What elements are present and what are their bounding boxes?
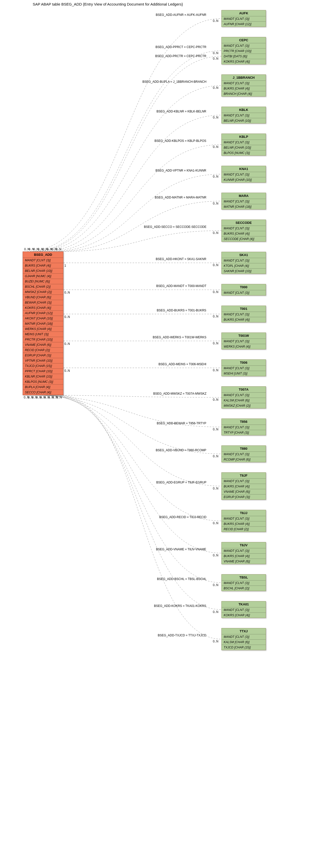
- cardinality-near: 0..N: [64, 369, 70, 372]
- entity-field: MANDT [CLNT (3)]: [222, 258, 266, 264]
- entity-tbsl: TBSLMANDT [CLNT (3)]BSCHL [CHAR (2)]: [221, 574, 266, 591]
- relation-label: BSEG_ADD-WERKS = T001W-WERKS: [153, 336, 206, 339]
- cardinality-far: 0..N: [213, 264, 218, 267]
- relation-label: BSEG_ADD-MANDT = T000-MANDT: [156, 284, 206, 288]
- relation-label: BSEG_ADD-VBUND = T880-RCOMP: [156, 448, 206, 452]
- entity-field: MANDT [CLNT (3)]: [222, 608, 266, 613]
- entity-field: MANDT [CLNT (3)]: [222, 425, 266, 430]
- entity-field: BUKRS [CHAR (4)]: [222, 484, 266, 489]
- relation-label: BSEG_ADD-VNAME = T8JV-VNAME: [156, 548, 206, 551]
- entity-header: KNA1: [222, 166, 266, 172]
- entity-field: MANDT [CLNT (3)]: [222, 581, 266, 586]
- entity-field: BUKRS [CHAR (4)]: [222, 231, 266, 237]
- cardinality-far: 0..N: [213, 51, 218, 55]
- entity-field: KALSM [CHAR (6)]: [222, 640, 266, 645]
- entity-field: KALSM [CHAR (6)]: [222, 398, 266, 403]
- relation-label: BSEG_ADD-EGRUP = T8JF-EGRUP: [156, 480, 206, 484]
- relation-edge: [50, 174, 221, 252]
- entity-field: RECID [CHAR (2)]: [222, 527, 266, 532]
- cardinality-far: 0..N: [213, 487, 218, 490]
- entity-field: PPRCT [CHAR (10)]: [23, 369, 63, 374]
- entity-field: MANDT [CLNT (3)]: [222, 140, 266, 145]
- entity-field: SAKNR [CHAR (10)]: [222, 269, 266, 274]
- cardinality-far: 0..N: [213, 202, 218, 205]
- entity-header: KBLP: [222, 134, 266, 140]
- entity-field: KTOPL [CHAR (4)]: [222, 264, 266, 269]
- entity-field: BEWAR [CHAR (3)]: [23, 300, 63, 305]
- entity-header: T001W: [222, 333, 266, 339]
- entity-field: MATNR [CHAR (18)]: [23, 321, 63, 327]
- entity-header: T880: [222, 446, 266, 452]
- cardinality-far: 0..N: [213, 521, 218, 525]
- cardinality-far: 0..N: [213, 428, 218, 431]
- entity-aufk: AUFKMANDT [CLNT (3)]AUFNR [CHAR (12)]: [221, 10, 266, 27]
- entity-field: MWSKZ [CHAR (2)]: [23, 289, 63, 295]
- relation-edge: [47, 395, 221, 553]
- entity-header: AUFK: [222, 10, 266, 17]
- relation-label: BSEG_ADD-SECCO = SECCODE-SECCODE: [144, 225, 206, 229]
- entity-field: VBUND [CHAR (6)]: [23, 295, 63, 300]
- relation-label: BSEG_ADD-PPRCT = CEPC-PRCTR: [156, 45, 206, 49]
- cardinality-near: 0..N: [64, 342, 70, 346]
- entity-field: AUFNR [CHAR (12)]: [222, 22, 266, 27]
- entity-field: MANDT [CLNT (3)]: [222, 81, 266, 86]
- entity-field: VPTNR [CHAR (10)]: [23, 358, 63, 364]
- entity-field: TXJCD [CHAR (15)]: [222, 645, 266, 650]
- entity-bseg-add: BSEG_ADDMANDT [CLNT (3)]BUKRS [CHAR (4)]…: [23, 251, 63, 395]
- entity-header: KBLK: [222, 107, 266, 113]
- entity-field: MANDT [CLNT (3)]: [222, 452, 266, 457]
- entity-field: KOKRS [CHAR (4)]: [222, 613, 266, 618]
- cardinality-far: 0..N: [213, 455, 218, 458]
- cardinality-far: 0..N: [213, 290, 218, 294]
- cardinality-near: 0..N: [64, 291, 70, 294]
- entity-field: VNAME [CHAR (6)]: [222, 559, 266, 564]
- cardinality-far: 0..N: [213, 86, 218, 90]
- relation-label: BSEG_ADD-MWSKZ = T007A-MWSKZ: [153, 392, 206, 395]
- cardinality-far: 0..N: [213, 19, 218, 23]
- entity-kblp: KBLPMANDT [CLNT (3)]BELNR [CHAR (10)]BLP…: [221, 133, 266, 156]
- entity-kblk: KBLKMANDT [CLNT (3)]BELNR [CHAR (10)]: [221, 106, 266, 124]
- cardinality-near: 0..N: [56, 248, 61, 251]
- entity-field: MANDT [CLNT (3)]: [222, 43, 266, 49]
- entity-field: BSCHL [CHAR (2)]: [222, 586, 266, 591]
- relation-label: BSEG_ADD-PRCTR = CEPC-PRCTR: [155, 54, 206, 58]
- relation-label: BSEG_ADD-VPTNR = KNA1-KUNNR: [156, 169, 206, 172]
- entity-field: SECCODE [CHAR (4)]: [222, 237, 266, 242]
- relation-label: BSEG_ADD-MEINS = T006-MSEHI: [158, 363, 206, 366]
- entity-header: J_1BBRANCH: [222, 75, 266, 81]
- entity-field: BUKRS [CHAR (4)]: [222, 554, 266, 559]
- entity-header: T000: [222, 284, 266, 290]
- entity-t8jf: T8JFMANDT [CLNT (3)]BUKRS [CHAR (4)]VNAM…: [221, 472, 266, 500]
- entity-t8jv: T8JVMANDT [CLNT (3)]BUKRS [CHAR (4)]VNAM…: [221, 542, 266, 564]
- cardinality-far: 0..N: [213, 315, 218, 318]
- cardinality-far: 0..N: [213, 342, 218, 345]
- cardinality-far: 0..N: [213, 57, 218, 60]
- relation-label: BSEG_ADD-AUFNR = AUFK-AUFNR: [156, 13, 206, 17]
- entity-field: KOKRS [CHAR (4)]: [23, 305, 63, 311]
- entity-field: MEINS [UNIT (3)]: [23, 332, 63, 337]
- entity-field: VNAME [CHAR (6)]: [222, 489, 266, 495]
- entity-t001w: T001WMANDT [CLNT (3)]WERKS [CHAR (4)]: [221, 333, 266, 349]
- entity-field: BUKRS [CHAR (4)]: [222, 86, 266, 91]
- entity-header: T8JJ: [222, 510, 266, 516]
- entity-field: MANDT [CLNT (3)]: [222, 290, 266, 295]
- cardinality-far: 0..N: [213, 145, 218, 149]
- relation-edge: [59, 230, 221, 251]
- entity-field: RECID [CHAR (2)]: [23, 348, 63, 353]
- entity-field: BELNR [CHAR (10)]: [222, 145, 266, 150]
- entity-t007a: T007AMANDT [CLNT (3)]KALSM [CHAR (6)]MWS…: [221, 386, 266, 408]
- cardinality-far: 0..N: [213, 369, 218, 372]
- entity-field: BRANCH [CHAR (4)]: [222, 91, 266, 96]
- entity-header: BSEG_ADD: [23, 252, 63, 258]
- entity-cepc: CEPCMANDT [CLNT (3)]PRCTR [CHAR (10)]DAT…: [221, 37, 266, 64]
- entity-header: MARA: [222, 193, 266, 199]
- entity-field: PRCTR [CHAR (10)]: [222, 49, 266, 54]
- entity-field: PRCTR [CHAR (10)]: [23, 337, 63, 342]
- entity-kna1: KNA1MANDT [CLNT (3)]KUNNR [CHAR (10)]: [221, 166, 266, 183]
- entity-t000: T000MANDT [CLNT (3)]: [221, 284, 266, 296]
- entity-ska1: SKA1MANDT [CLNT (3)]KTOPL [CHAR (4)]SAKN…: [221, 252, 266, 274]
- entity-field: BELNR [CHAR (10)]: [222, 118, 266, 123]
- cardinality-far: 0..N: [213, 398, 218, 401]
- relation-label: BSEG_ADD-BUPLA = J_1BBRANCH-BRANCH: [143, 80, 206, 84]
- entity-field: MANDT [CLNT (3)]: [222, 366, 266, 371]
